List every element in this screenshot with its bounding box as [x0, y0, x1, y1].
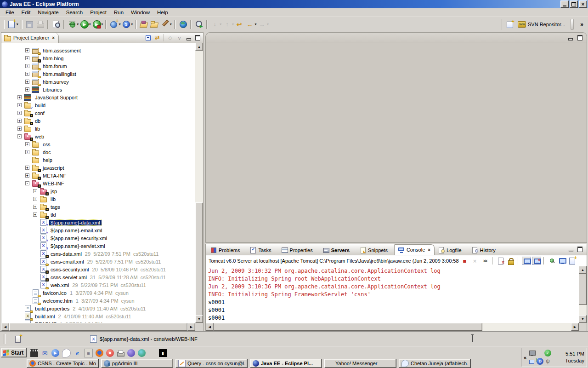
menu-item[interactable]: Edit	[18, 9, 34, 16]
tree-item[interactable]: + build	[2, 101, 195, 109]
open-type-button[interactable]	[51, 19, 61, 30]
new-button[interactable]: ▾	[7, 19, 18, 30]
expand-toggle[interactable]: +	[25, 87, 29, 92]
expand-toggle[interactable]: +	[17, 95, 22, 99]
tab-servers[interactable]: Servers	[319, 245, 356, 255]
explorer-maximize-button[interactable]	[194, 34, 202, 41]
open-console-button[interactable]: ▾	[568, 257, 577, 265]
scroll-up-button[interactable]: ▲	[579, 266, 587, 274]
dropdown-arrow-icon[interactable]: ▾	[77, 23, 79, 26]
expand-toggle[interactable]: +	[17, 119, 22, 123]
expand-toggle[interactable]: +	[17, 126, 22, 131]
firefox-icon[interactable]	[96, 349, 103, 357]
tree-item[interactable]: + hbm.forum	[2, 62, 195, 70]
scroll-thumb[interactable]	[195, 202, 203, 317]
messenger-bubble-icon[interactable]	[62, 349, 71, 357]
globe-app-icon[interactable]	[138, 349, 146, 357]
toolbar-button[interactable]	[47, 20, 49, 29]
console-toolbar-button[interactable]	[492, 257, 494, 264]
scroll-thumb[interactable]	[214, 323, 482, 331]
new-web-service-button[interactable]: ▾	[109, 19, 121, 30]
explorer-minimize-button[interactable]	[185, 34, 192, 41]
explorer-hscrollbar[interactable]: ◀ ▶	[1, 323, 195, 331]
status-ok-tray-icon[interactable]: ✓	[544, 350, 551, 356]
tree-item[interactable]: + lib	[2, 195, 195, 203]
red-app-icon[interactable]	[106, 349, 114, 357]
tree-item[interactable]: csns-security.xml 20 5/8/09 10:46 PM cs5…	[2, 265, 195, 273]
tab-properties[interactable]: Properties	[278, 245, 319, 255]
tree-item[interactable]: csns-email.xml 29 5/22/09 7:51 PM cs520s…	[2, 258, 195, 265]
editor-area[interactable]	[205, 32, 587, 243]
tree-item[interactable]: ${app.name}-data.xml	[2, 218, 195, 226]
last-edit-location-button[interactable]: ↩	[235, 19, 244, 30]
tab-tasks[interactable]: Tasks	[246, 245, 277, 255]
dropdown-arrow-icon[interactable]: ▾	[232, 23, 234, 26]
perspective-overflow-button[interactable]: »	[577, 21, 586, 28]
tree-item[interactable]: + doc	[2, 148, 195, 156]
tree-item[interactable]: + javascript	[2, 164, 195, 172]
expand-toggle[interactable]: +	[17, 103, 22, 107]
scroll-right-button[interactable]: ▶	[571, 323, 579, 331]
java-icon[interactable]	[127, 349, 135, 357]
next-annotation-button[interactable]: ↓ ▾	[210, 19, 222, 30]
task-yahoo[interactable]: Yahoo! Messenger	[324, 359, 396, 368]
terminate-button[interactable]: ■	[460, 257, 469, 265]
dropdown-arrow-icon[interactable]: ▾	[17, 23, 18, 26]
menu-item[interactable]: Run	[110, 9, 127, 16]
scroll-thumb[interactable]	[579, 274, 587, 305]
scroll-up-button[interactable]: ▲	[195, 43, 203, 51]
tree-item[interactable]: build.properties 2 4/10/09 11:40 AM cs52…	[2, 305, 195, 312]
media-player-icon[interactable]: ▶	[51, 349, 59, 357]
task-firefox[interactable]: CSNS - Create Topic - Mo...	[27, 359, 99, 368]
debug-button[interactable]: ▾	[68, 19, 79, 30]
tree-item[interactable]: + Libraries	[2, 86, 195, 93]
scroll-right-button[interactable]: ▶	[187, 323, 195, 331]
window-minimize-button[interactable]	[560, 0, 569, 8]
expand-toggle[interactable]: +	[25, 72, 29, 76]
printer-icon[interactable]	[117, 349, 124, 357]
expand-toggle[interactable]: -	[25, 181, 29, 185]
tree-item[interactable]: + conf	[2, 109, 195, 117]
annotation-brush-button[interactable]: ▾	[160, 19, 172, 30]
export-button[interactable]	[150, 19, 159, 30]
web-browser-button[interactable]	[178, 19, 188, 30]
tab-snippets[interactable]: Snippets	[356, 245, 394, 255]
tree-item[interactable]: build.xml 2 4/10/09 11:40 AM cs520stu11	[2, 312, 195, 320]
scroll-left-button[interactable]: ◀	[206, 323, 214, 331]
menu-item[interactable]: Window	[127, 9, 153, 16]
console-toolbar-button[interactable]	[543, 257, 545, 264]
tab-console[interactable]: Console ×	[394, 244, 435, 255]
console-maximize-button[interactable]	[576, 246, 584, 253]
remove-all-launches-button[interactable]: ××	[481, 257, 490, 265]
dropdown-arrow-icon[interactable]: ▾	[102, 23, 103, 26]
tree-item[interactable]: + tld	[2, 211, 195, 218]
tree-item[interactable]: - WEB-INF	[2, 179, 195, 187]
tree-item[interactable]: welcome.htm 1 3/27/09 4:34 PM cysun	[2, 297, 195, 305]
terminal-icon[interactable]: ▮	[159, 349, 167, 357]
toolbar-button[interactable]	[105, 20, 107, 29]
filter-button[interactable]: ◇	[166, 34, 174, 41]
console-minimize-button[interactable]	[567, 246, 575, 253]
task-chetan[interactable]: Chetan Juneja (affablech...	[399, 359, 471, 368]
expand-toggle[interactable]: +	[17, 111, 22, 115]
menu-item[interactable]: Project	[86, 9, 110, 16]
media-clapper-icon[interactable]	[30, 349, 38, 357]
tree-item[interactable]: + META-INF	[2, 172, 195, 179]
mail-icon[interactable]: ✉	[41, 349, 49, 357]
toolbar-button[interactable]	[63, 20, 65, 29]
menu-item[interactable]: File	[2, 9, 18, 16]
dropdown-arrow-icon[interactable]: ▾	[131, 23, 133, 26]
dropdown-arrow-icon[interactable]: ▾	[562, 259, 564, 263]
dropdown-arrow-icon[interactable]: ▾	[119, 23, 121, 26]
scroll-lock-button[interactable]	[506, 257, 515, 265]
display-settings-tray-icon[interactable]	[529, 350, 536, 356]
expand-toggle[interactable]: +	[25, 48, 29, 52]
scroll-down-button[interactable]: ▼	[579, 315, 587, 323]
print-button[interactable]	[35, 19, 45, 30]
toolbar-button[interactable]	[174, 20, 176, 29]
tree-item[interactable]: + hbm.assessment	[2, 46, 195, 54]
show-on-stdout-button[interactable]	[522, 257, 531, 265]
dropdown-arrow-icon[interactable]: ▾	[267, 23, 269, 26]
open-perspective-icon[interactable]	[506, 21, 514, 28]
tree-item[interactable]: + hbm.survey	[2, 78, 195, 86]
